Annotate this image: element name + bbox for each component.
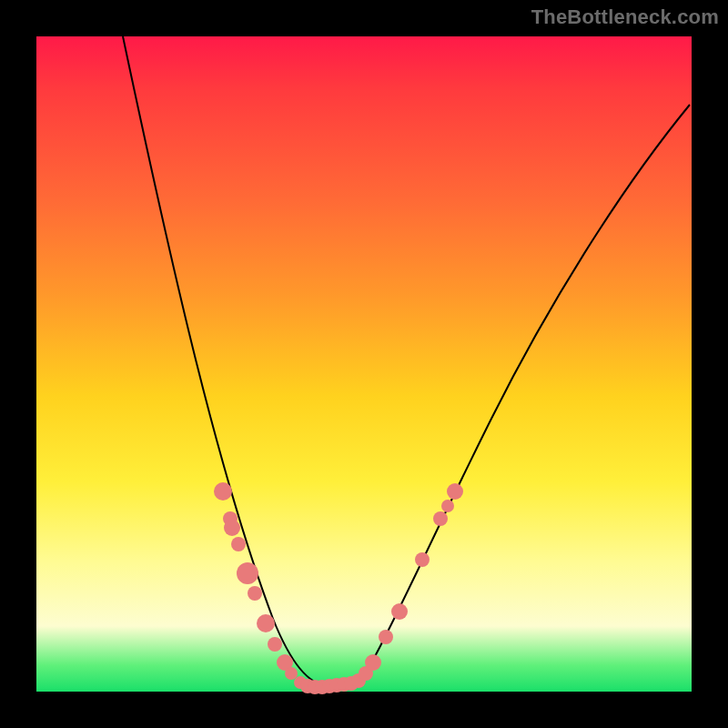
marker-dot	[224, 520, 240, 536]
marker-dot	[415, 552, 430, 567]
marker-dot	[248, 586, 262, 601]
marker-dot	[237, 562, 258, 584]
bottleneck-curve	[123, 36, 690, 685]
marker-dot	[391, 603, 408, 620]
marker-dot	[433, 511, 448, 526]
chart-svg	[36, 36, 692, 692]
plot-area	[36, 36, 692, 692]
marker-dot	[447, 483, 463, 500]
marker-dot	[231, 537, 246, 551]
chart-frame: TheBottleneck.com	[0, 0, 728, 728]
marker-dot	[257, 614, 275, 632]
marker-dot	[365, 654, 381, 671]
marker-dot	[268, 637, 282, 652]
marker-dot	[379, 630, 393, 644]
watermark-text: TheBottleneck.com	[531, 5, 719, 29]
marker-dot	[214, 482, 232, 500]
marker-dot	[441, 500, 454, 512]
marker-dot	[285, 667, 298, 680]
